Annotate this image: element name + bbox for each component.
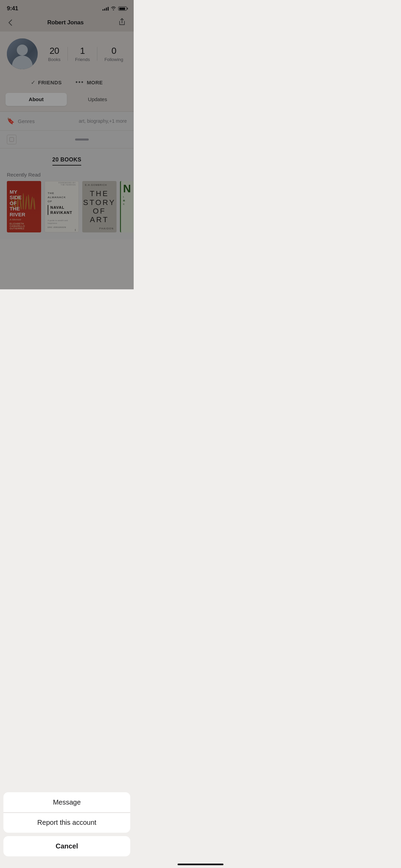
overlay-background[interactable] [0, 0, 134, 289]
